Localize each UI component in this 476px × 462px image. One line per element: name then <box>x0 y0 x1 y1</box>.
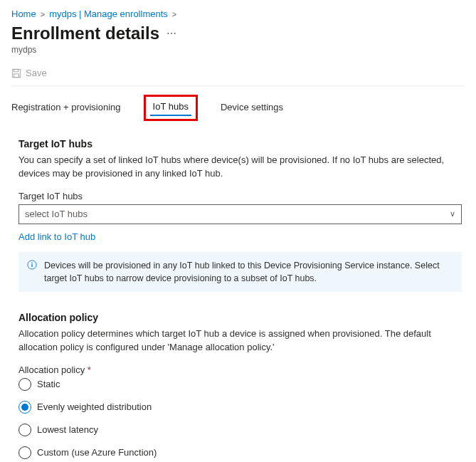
page-subtitle: mydps <box>11 45 465 55</box>
radio-label: Lowest latency <box>37 424 98 435</box>
info-icon <box>27 260 37 270</box>
page-title: Enrollment details <box>11 23 159 43</box>
svg-rect-4 <box>31 263 32 266</box>
tab-label: Device settings <box>221 102 283 112</box>
tab-bar: Registration + provisioning IoT hubs Dev… <box>9 99 465 121</box>
info-text: Devices will be provisioned in any IoT h… <box>44 261 440 283</box>
save-icon <box>11 68 21 78</box>
section-target-iot-hubs: Target IoT hubs You can specify a set of… <box>18 138 462 292</box>
target-iot-hubs-label: Target IoT hubs <box>18 191 462 201</box>
radio-custom-azure-function[interactable]: Custom (use Azure Function) <box>18 446 462 459</box>
radio-label: Static <box>37 379 60 389</box>
divider <box>11 85 465 86</box>
breadcrumb-mydps[interactable]: mydps | Manage enrollments <box>49 9 168 19</box>
radio-icon <box>18 401 31 414</box>
save-label: Save <box>26 68 47 78</box>
tab-active-indicator <box>150 115 191 117</box>
command-bar: Save <box>11 68 465 78</box>
section-heading: Target IoT hubs <box>18 138 462 149</box>
svg-rect-1 <box>14 69 18 72</box>
section-heading: Allocation policy <box>18 312 462 323</box>
tab-device-settings[interactable]: Device settings <box>218 99 286 121</box>
tab-registration-provisioning[interactable]: Registration + provisioning <box>9 99 124 121</box>
radio-lowest-latency[interactable]: Lowest latency <box>18 424 462 436</box>
allocation-policy-label: Allocation policy * <box>18 364 462 375</box>
label-text: Allocation policy <box>18 364 85 375</box>
chevron-down-icon: ∨ <box>450 209 455 219</box>
page-header: Enrollment details ⋯ <box>11 23 465 43</box>
section-allocation-policy: Allocation policy Allocation policy dete… <box>18 312 462 459</box>
section-description: Allocation policy determines which targe… <box>18 327 462 355</box>
radio-icon <box>18 446 31 459</box>
svg-rect-0 <box>12 69 20 77</box>
breadcrumb-home[interactable]: Home <box>11 9 36 19</box>
select-placeholder: select IoT hubs <box>25 209 88 219</box>
radio-icon <box>18 424 31 436</box>
tab-iot-hubs[interactable]: IoT hubs <box>144 95 198 121</box>
section-description: You can specify a set of linked IoT hubs… <box>18 154 462 181</box>
target-iot-hubs-select[interactable]: select IoT hubs ∨ <box>18 204 462 224</box>
add-link-to-iot-hub[interactable]: Add link to IoT hub <box>18 231 95 242</box>
radio-icon <box>18 378 31 391</box>
radio-evenly-weighted[interactable]: Evenly weighted distribution <box>18 401 462 414</box>
allocation-policy-radio-group: Static Evenly weighted distribution Lowe… <box>18 378 462 459</box>
breadcrumb: Home > mydps | Manage enrollments > <box>11 9 465 19</box>
required-indicator: * <box>88 364 91 375</box>
more-actions-button[interactable]: ⋯ <box>166 28 176 39</box>
chevron-right-icon: > <box>172 10 176 19</box>
save-button[interactable]: Save <box>11 68 47 78</box>
info-banner: Devices will be provisioned in any IoT h… <box>18 252 462 292</box>
radio-label: Custom (use Azure Function) <box>37 447 157 458</box>
svg-rect-2 <box>14 73 19 77</box>
tab-label: IoT hubs <box>153 101 189 112</box>
radio-label: Evenly weighted distribution <box>37 401 152 412</box>
tab-label: Registration + provisioning <box>11 102 121 112</box>
svg-rect-5 <box>31 262 32 263</box>
chevron-right-icon: > <box>41 10 45 19</box>
radio-static[interactable]: Static <box>18 378 462 391</box>
